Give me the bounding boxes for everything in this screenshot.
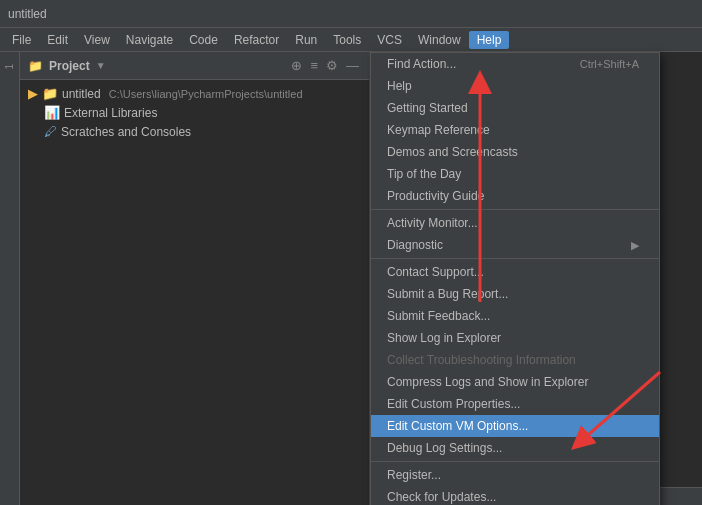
menu-feedback[interactable]: Submit Feedback... <box>371 305 659 327</box>
menu-getting-started[interactable]: Getting Started <box>371 97 659 119</box>
menu-find-action[interactable]: Find Action... Ctrl+Shift+A <box>371 53 659 75</box>
sidebar-strip-label: 1 <box>4 64 15 70</box>
menu-code[interactable]: Code <box>181 31 226 49</box>
menu-window[interactable]: Window <box>410 31 469 49</box>
panel-icons: ⊕ ≡ ⚙ — <box>289 56 361 75</box>
menu-keymap[interactable]: Keymap Reference <box>371 119 659 141</box>
root-label: untitled <box>62 87 101 101</box>
root-folder-icon: ▶ <box>28 86 38 101</box>
menu-edit-custom-props[interactable]: Edit Custom Properties... <box>371 393 659 415</box>
help-menu: Find Action... Ctrl+Shift+A Help Getting… <box>370 52 660 505</box>
menu-productivity[interactable]: Productivity Guide <box>371 185 659 207</box>
menu-edit-custom-vm[interactable]: Edit Custom VM Options... <box>371 415 659 437</box>
menu-show-log[interactable]: Show Log in Explorer <box>371 327 659 349</box>
separator-2 <box>371 258 659 259</box>
panel-icon-minimize[interactable]: — <box>344 56 361 75</box>
menu-view[interactable]: View <box>76 31 118 49</box>
project-folder-icon: 📁 <box>28 59 43 73</box>
panel-icon-settings[interactable]: ⚙ <box>324 56 340 75</box>
panel-icon-list[interactable]: ≡ <box>308 56 320 75</box>
menu-tools[interactable]: Tools <box>325 31 369 49</box>
menu-contact-support[interactable]: Contact Support... <box>371 261 659 283</box>
menu-tip[interactable]: Tip of the Day <box>371 163 659 185</box>
root-path: C:\Users\liang\PycharmProjects\untitled <box>109 88 303 100</box>
libraries-icon: 📊 <box>44 105 60 120</box>
menu-debug-log[interactable]: Debug Log Settings... <box>371 437 659 459</box>
menu-activity-monitor[interactable]: Activity Monitor... <box>371 212 659 234</box>
menu-help[interactable]: Help <box>469 31 510 49</box>
menu-collect-troubleshooting: Collect Troubleshooting Information <box>371 349 659 371</box>
menu-refactor[interactable]: Refactor <box>226 31 287 49</box>
separator-3 <box>371 461 659 462</box>
libraries-label: External Libraries <box>64 106 157 120</box>
menu-compress-logs[interactable]: Compress Logs and Show in Explorer <box>371 371 659 393</box>
separator-1 <box>371 209 659 210</box>
menu-edit[interactable]: Edit <box>39 31 76 49</box>
submenu-arrow: ▶ <box>631 239 639 252</box>
menu-check-updates[interactable]: Check for Updates... <box>371 486 659 505</box>
title-bar-title: untitled <box>8 7 47 21</box>
panel-icon-add[interactable]: ⊕ <box>289 56 304 75</box>
menu-file[interactable]: File <box>4 31 39 49</box>
content-area: Find Action... Ctrl+Shift+A Help Getting… <box>370 52 702 505</box>
title-bar: untitled <box>0 0 702 28</box>
scratches-label: Scratches and Consoles <box>61 125 191 139</box>
menu-vcs[interactable]: VCS <box>369 31 410 49</box>
project-tree: ▶ 📁 untitled C:\Users\liang\PycharmProje… <box>20 80 369 145</box>
menu-help-item[interactable]: Help <box>371 75 659 97</box>
scratches-icon: 🖊 <box>44 124 57 139</box>
tree-item-scratches[interactable]: 🖊 Scratches and Consoles <box>20 122 369 141</box>
menu-navigate[interactable]: Navigate <box>118 31 181 49</box>
menu-bug-report[interactable]: Submit a Bug Report... <box>371 283 659 305</box>
main-layout: 1 📁 Project ▼ ⊕ ≡ ⚙ — ▶ 📁 untitled C:\Us… <box>0 52 702 505</box>
menu-demos[interactable]: Demos and Screencasts <box>371 141 659 163</box>
menu-run[interactable]: Run <box>287 31 325 49</box>
panel-title: Project <box>49 59 90 73</box>
project-panel: 📁 Project ▼ ⊕ ≡ ⚙ — ▶ 📁 untitled C:\User… <box>20 52 370 505</box>
tree-item-libraries[interactable]: 📊 External Libraries <box>20 103 369 122</box>
sidebar-strip: 1 <box>0 52 20 505</box>
root-project-icon: 📁 <box>42 86 58 101</box>
menu-diagnostic[interactable]: Diagnostic ▶ <box>371 234 659 256</box>
menu-bar: File Edit View Navigate Code Refactor Ru… <box>0 28 702 52</box>
tree-item-root[interactable]: ▶ 📁 untitled C:\Users\liang\PycharmProje… <box>20 84 369 103</box>
menu-register[interactable]: Register... <box>371 464 659 486</box>
panel-dropdown-icon[interactable]: ▼ <box>96 60 106 71</box>
panel-header: 📁 Project ▼ ⊕ ≡ ⚙ — <box>20 52 369 80</box>
